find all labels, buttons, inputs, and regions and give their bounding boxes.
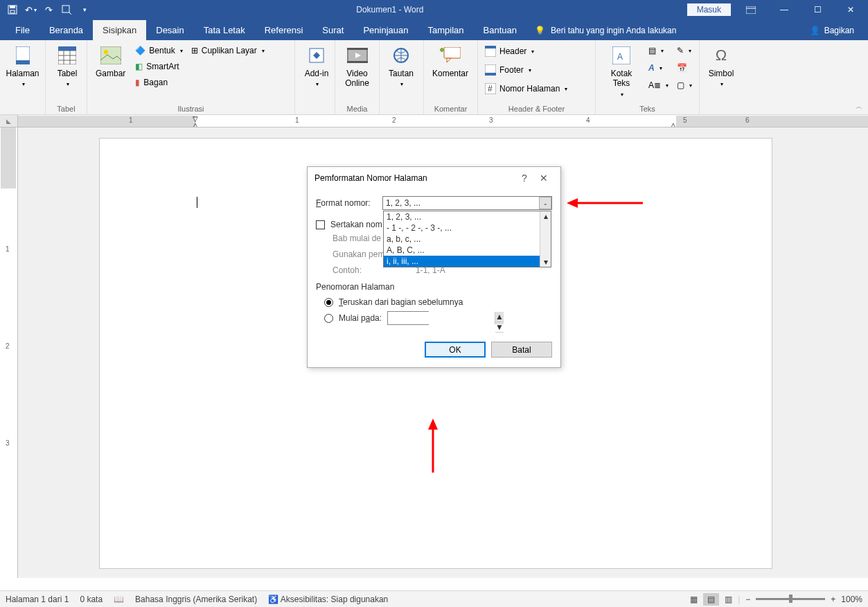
object-button[interactable]: ▢▾: [674, 79, 695, 91]
tab-file[interactable]: File: [6, 20, 39, 40]
kotak-teks-button[interactable]: A Kotak Teks▾: [600, 43, 643, 100]
login-button[interactable]: Masuk: [687, 3, 731, 16]
format-dropdown-list: 1, 2, 3, ... - 1 -, - 2 -, - 3 -, ... a,…: [383, 211, 551, 267]
svg-rect-26: [444, 47, 461, 58]
smartart-button[interactable]: ◧SmartArt: [132, 60, 185, 73]
format-option-3[interactable]: a, b, c, ...: [384, 234, 551, 245]
smartart-icon: ◧: [135, 62, 143, 71]
spinner-up-icon[interactable]: ▲: [495, 312, 504, 322]
video-button[interactable]: Video Online: [339, 43, 375, 90]
dropdown-scrollbar[interactable]: ▴▾: [540, 211, 551, 267]
svg-rect-3: [62, 6, 69, 12]
lightbulb-icon: 💡: [535, 26, 545, 35]
nomor-halaman-button[interactable]: #Nomor Halaman▾: [482, 82, 570, 96]
halaman-button[interactable]: Halaman▾: [4, 43, 41, 90]
dialog-help-button[interactable]: ?: [515, 173, 534, 184]
pagenumber-icon: #: [485, 83, 496, 94]
format-option-1[interactable]: 1, 2, 3, ...: [384, 211, 551, 222]
mulai-pada-spinner[interactable]: ▲▼: [387, 311, 429, 325]
svg-rect-33: [485, 73, 496, 76]
status-accessibility[interactable]: ♿ Aksesibilitas: Siap digunakan: [268, 595, 388, 604]
spinner-down-icon[interactable]: ▼: [495, 322, 504, 333]
zoom-out-button[interactable]: −: [745, 595, 750, 604]
maximize-icon[interactable]: ☐: [804, 1, 831, 18]
svg-rect-16: [100, 46, 121, 64]
read-mode-icon[interactable]: ▦: [690, 595, 698, 604]
sertakan-checkbox[interactable]: [316, 220, 325, 229]
bentuk-button[interactable]: 🔷Bentuk▾: [132, 44, 185, 57]
datetime-icon: 📅: [677, 63, 687, 73]
svg-line-4: [69, 12, 71, 15]
tab-beranda[interactable]: Beranda: [39, 20, 93, 40]
svg-rect-5: [746, 6, 756, 14]
format-option-2[interactable]: - 1 -, - 2 -, - 3 -, ...: [384, 222, 551, 234]
dialog-close-button[interactable]: ✕: [534, 173, 553, 184]
batal-button[interactable]: Batal: [491, 342, 552, 358]
addins-button[interactable]: Add-in▾: [299, 43, 334, 90]
svg-rect-1: [10, 6, 15, 8]
tab-referensi[interactable]: Referensi: [255, 20, 313, 40]
tell-me-search[interactable]: 💡 Beri tahu yang ingin Anda lakukan: [535, 26, 676, 40]
ribbon: Halaman▾ Tabel▾ Tabel Gambar 🔷Bentuk▾ ◧S…: [0, 40, 868, 115]
page-number-format-dialog: Pemformatan Nomor Halaman ? ✕ Format nom…: [307, 166, 561, 368]
signature-button[interactable]: ✎▾: [674, 44, 695, 57]
format-nomor-combo[interactable]: 1, 2, 3, ... ⌄ 1, 2, 3, ... - 1 -, - 2 -…: [382, 196, 552, 210]
status-page[interactable]: Halaman 1 dari 1: [6, 595, 69, 604]
zoom-slider[interactable]: [756, 598, 825, 600]
tab-peninjauan[interactable]: Peninjauan: [353, 20, 418, 40]
save-icon[interactable]: [4, 1, 21, 18]
spellcheck-icon[interactable]: 📖: [114, 595, 124, 604]
tab-sisipkan[interactable]: Sisipkan: [93, 20, 146, 40]
undo-icon[interactable]: ↶▾: [22, 1, 39, 18]
zoom-level[interactable]: 100%: [841, 595, 862, 604]
qat-more-icon[interactable]: ▾: [76, 1, 93, 18]
tab-tataletak[interactable]: Tata Letak: [194, 20, 255, 40]
datetime-button[interactable]: 📅: [674, 62, 695, 74]
bagan-button[interactable]: ▮Bagan: [132, 76, 185, 89]
tab-desain[interactable]: Desain: [146, 20, 193, 40]
ribbon-display-icon[interactable]: [738, 1, 764, 18]
simbol-button[interactable]: Ω Simbol▾: [704, 43, 738, 90]
tab-surat[interactable]: Surat: [312, 20, 353, 40]
format-option-5[interactable]: i, ii, iii, ...: [384, 256, 551, 267]
wordart-button[interactable]: A▾: [646, 62, 671, 74]
print-layout-icon[interactable]: ▤: [703, 593, 719, 606]
redo-icon[interactable]: ↷: [40, 1, 57, 18]
quickparts-button[interactable]: ▤▾: [646, 44, 671, 57]
mulai-pada-label: Mulai pada:: [339, 313, 382, 323]
svg-rect-8: [16, 60, 30, 64]
footer-button[interactable]: Footer▾: [482, 63, 570, 77]
combo-dropdown-button[interactable]: ⌄: [539, 197, 551, 209]
web-layout-icon[interactable]: ▥: [725, 595, 732, 604]
table-icon: [56, 44, 78, 67]
tab-bantuan[interactable]: Bantuan: [474, 20, 526, 40]
wordart-icon: A: [648, 63, 655, 73]
format-option-4[interactable]: A, B, C, ...: [384, 245, 551, 256]
tabel-button[interactable]: Tabel▾: [50, 43, 85, 90]
svg-rect-23: [347, 61, 368, 63]
cuplikan-button[interactable]: ⊞Cuplikan Layar▾: [188, 44, 267, 57]
gambar-button[interactable]: Gambar: [91, 43, 130, 80]
teruskan-radio[interactable]: [324, 298, 333, 307]
accessibility-icon: ♿: [268, 595, 278, 604]
signature-icon: ✎: [677, 46, 684, 55]
status-language[interactable]: Bahasa Inggris (Amerika Serikat): [135, 595, 257, 604]
mulai-pada-input[interactable]: [388, 312, 495, 324]
teruskan-label: Teruskan dari bagian sebelumnya: [339, 297, 463, 307]
header-button[interactable]: Header▾: [482, 44, 570, 58]
customize-icon[interactable]: [58, 1, 75, 18]
link-icon: [390, 44, 412, 67]
minimize-icon[interactable]: —: [771, 1, 797, 18]
mulai-pada-radio[interactable]: [324, 314, 333, 323]
collapse-ribbon-icon[interactable]: ︿: [856, 102, 862, 112]
tautan-button[interactable]: Tautan▾: [384, 43, 418, 90]
komentar-button[interactable]: Komentar: [428, 43, 472, 80]
status-words[interactable]: 0 kata: [80, 595, 103, 604]
tab-tampilan[interactable]: Tampilan: [418, 20, 474, 40]
dropcap-button[interactable]: A≣▾: [646, 79, 671, 91]
ok-button[interactable]: OK: [425, 342, 486, 358]
close-icon[interactable]: ✕: [838, 1, 864, 18]
zoom-in-button[interactable]: +: [831, 595, 835, 604]
share-button[interactable]: 👤 Bagikan: [810, 26, 854, 40]
textbox-icon: A: [610, 44, 632, 67]
